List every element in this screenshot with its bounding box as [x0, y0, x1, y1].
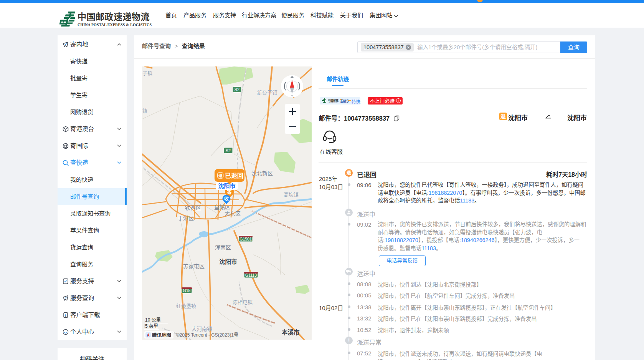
svg-text:收: 收: [224, 196, 229, 202]
svg-text:G1113: G1113: [245, 273, 257, 277]
svg-text:镇: 镇: [142, 108, 147, 114]
svg-text:G15: G15: [183, 288, 191, 293]
svg-text:G1501: G1501: [239, 237, 252, 241]
svg-text:新台子镇: 新台子镇: [257, 90, 277, 96]
svg-text:已退回: 已退回: [225, 173, 243, 179]
svg-text:皇姑区: 皇姑区: [214, 204, 230, 210]
svg-text:子镇: 子镇: [142, 70, 152, 76]
svg-text:S2: S2: [226, 148, 231, 153]
svg-text:浑南区: 浑南区: [215, 244, 231, 251]
svg-text:沈阳市: 沈阳市: [219, 258, 237, 265]
svg-text:铁西区: 铁西区: [185, 205, 201, 211]
svg-text:苏家屯区: 苏家屯区: [183, 263, 205, 269]
svg-text:S2: S2: [234, 87, 239, 92]
svg-text:5 英里: 5 英里: [145, 324, 158, 329]
svg-text:本溪市: 本溪市: [282, 329, 300, 336]
svg-text:退: 退: [218, 174, 222, 178]
svg-text:于洪区: 于洪区: [178, 215, 194, 221]
svg-text:大东区: 大东区: [225, 211, 241, 217]
svg-text:大河南镇: 大河南镇: [192, 326, 212, 332]
svg-text:陈相屯镇: 陈相屯镇: [233, 299, 253, 305]
svg-text:EMS: EMS: [340, 99, 349, 103]
svg-text:腾讯地图: 腾讯地图: [152, 332, 171, 338]
svg-text:红菱堡镇: 红菱堡镇: [176, 303, 196, 309]
svg-text:©2025 Tencent - GS(2023)1号: ©2025 Tencent - GS(2023)1号: [176, 332, 238, 338]
svg-text:沈阳市: 沈阳市: [218, 182, 235, 189]
svg-text:高坎镇: 高坎镇: [284, 192, 299, 197]
svg-text:10 公里: 10 公里: [145, 317, 161, 323]
svg-text:沈北新区: 沈北新区: [251, 170, 273, 176]
